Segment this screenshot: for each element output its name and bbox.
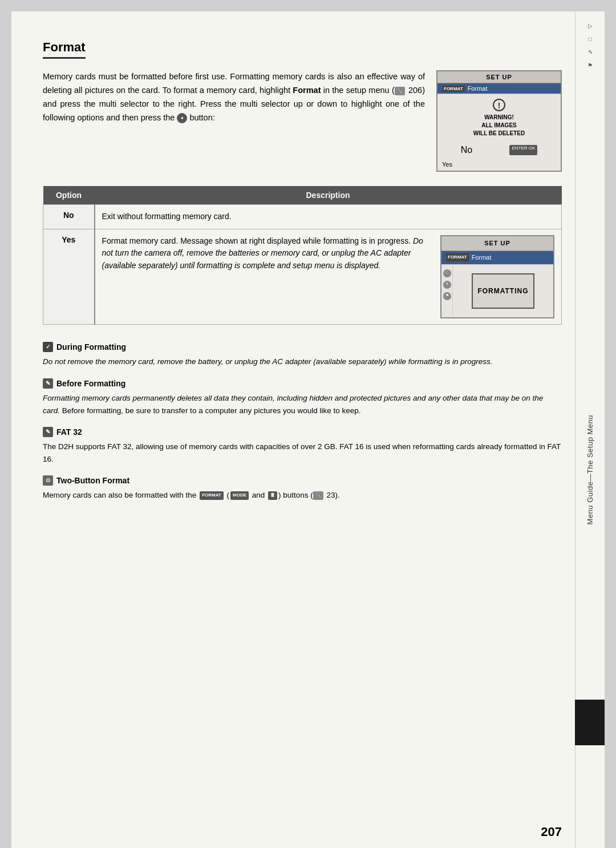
notes-section: ✓ During Formatting Do not remove the me… [43,342,562,502]
delete-button-badge: 🗑 [268,491,277,500]
cam-body-2: FORMAT Format □ ✎ ⚑ [441,251,553,318]
cam-body-1: FORMAT Format ! WARNING!ALL IMAGESWILL B… [437,83,561,171]
options-table: Option Description No Exit without forma… [43,186,562,325]
note-title-during: ✓ During Formatting [43,342,562,352]
cam-format-row-2: FORMAT Format [441,251,553,265]
enter-ok-badge: ENTER OK [509,145,537,155]
note-body-fat32: The D2H supports FAT 32, allowing use of… [43,441,562,465]
cam-icon-pencil: ✎ [443,281,451,289]
format-button-badge: FORMAT [200,491,224,500]
yes-option: Yes [442,161,452,168]
note-body-during: Do not remove the memory card, remove th… [43,356,562,368]
note-title-two-button-text: Two-Button Format [56,476,129,485]
format-text: Format [468,85,488,92]
desc-text-yes: Format memory card. Message shown at rig… [102,235,434,272]
side-text-label: Menu Guide—The Setup Menu [586,415,594,524]
desc-cell-no: Exit without formatting memory card. [95,205,562,229]
note-body-before: Formatting memory cards permanently dele… [43,392,562,417]
table-header-description: Description [95,186,562,205]
during-formatting-text: Do not remove the memory card, remove th… [43,357,493,366]
note-during-formatting: ✓ During Formatting Do not remove the me… [43,342,562,368]
warning-icon: ! [493,99,505,111]
tab-icon-arrow: ▷ [588,23,593,29]
menu-icon-ref: 🔧 [395,87,405,95]
format-text-2: Format [472,253,492,263]
tab-icon-lock: □ [588,36,591,42]
cam-icon-lock: □ [443,269,451,277]
note-before-formatting: ✎ Before Formatting Formatting memory ca… [43,378,562,417]
table-header-option: Option [43,186,95,205]
cam-header-1: SET UP [437,71,561,83]
cam-format-row: FORMAT Format [437,83,561,94]
ref-icon-two-button: 🔧 [313,491,323,500]
note-title-before-text: Before Formatting [56,379,125,388]
pencil-icon-fat32: ✎ [43,427,53,437]
mode-button-badge: MODE [230,491,249,500]
option-yes-label: Yes [62,235,75,244]
pencil-icon-before: ✎ [43,378,53,389]
no-option: No [461,145,472,155]
enter-button-icon: ● [177,113,187,123]
note-title-fat32: ✎ FAT 32 [43,427,562,437]
main-content: Format Memory cards must be formatted be… [11,11,605,848]
check-icon: ✓ [43,342,53,352]
desc-cell-yes: Format memory card. Message shown at rig… [95,229,562,325]
tab-icon-pencil: ✎ [588,49,593,55]
formatting-badge: FORMATTING [472,273,534,309]
tab-icons: ▷ □ ✎ ⚑ [587,11,593,68]
cam-formatting-area: FORMATTING [453,265,553,318]
table-row-yes: Yes Format memory card. Message shown at… [43,229,562,325]
option-no-label: No [63,211,74,220]
intro-section: Memory cards must be formatted before fi… [43,70,562,172]
desc-with-screenshot: Format memory card. Message shown at rig… [102,235,555,319]
note-two-button: ⊙ Two-Button Format Memory cards can als… [43,475,562,502]
note-title-two-button: ⊙ Two-Button Format [43,475,562,486]
cam-warning: ! WARNING!ALL IMAGESWILL BE DELETED [437,94,561,142]
cam-header-2: SET UP [441,236,553,251]
note-fat32: ✎ FAT 32 The D2H supports FAT 32, allowi… [43,427,562,465]
page-title: Format [43,40,86,59]
page-number: 207 [541,825,562,839]
note-title-during-text: During Formatting [56,342,126,352]
option-cell-no: No [43,205,95,229]
two-button-ref-num: 23 [327,491,335,499]
yes-option-row: Yes [437,158,561,171]
note-title-before: ✎ Before Formatting [43,378,562,389]
two-button-text-start: Memory cards can also be formatted with … [43,491,198,499]
right-sidebar-tab: ▷ □ ✎ ⚑ Menu Guide—The Setup Menu [575,11,605,848]
lens-icon: ⊙ [43,475,53,486]
camera-screenshot-2: SET UP FORMAT Format □ [440,235,554,319]
camera-screenshot-1: SET UP FORMAT Format ! WARNING!ALL IMAGE… [436,70,562,172]
cam-middle-2: □ ✎ ⚑ FORMATTING [441,265,553,318]
intro-text: Memory cards must be formatted before fi… [43,70,425,125]
black-bar-accent [575,700,605,745]
format-label-badge: FORMAT [442,86,465,92]
table-row-no: No Exit without formatting memory card. [43,205,562,229]
cam-options: No ENTER OK [437,142,561,158]
format-label-badge-2: FORMAT [446,253,469,261]
note-title-fat32-text: FAT 32 [56,427,82,437]
cam-side-icons: □ ✎ ⚑ [441,265,453,318]
tab-icon-flag: ⚑ [587,62,593,68]
option-cell-yes: Yes [43,229,95,325]
cam-icon-flag: ⚑ [443,292,451,300]
note-body-two-button: Memory cards can also be formatted with … [43,489,562,502]
desc-italic-yes: Do not turn the camera off, remove the b… [102,236,423,270]
before-normal-text: Before formatting, be sure to transfer t… [60,406,361,415]
warning-text: WARNING!ALL IMAGESWILL BE DELETED [442,114,556,138]
page: Format Memory cards must be formatted be… [11,11,605,848]
